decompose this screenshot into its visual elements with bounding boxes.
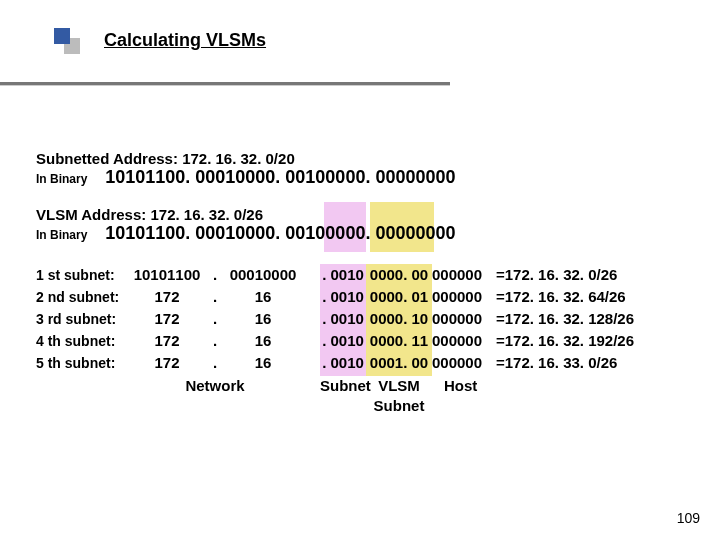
vlsm-label: VLSM Address: 172. 16. 32. 0/26 — [36, 206, 634, 223]
row-octet1: 172 — [128, 286, 206, 308]
row-host: 000000 — [432, 264, 496, 286]
row-result: =172. 16. 32. 0/26 — [496, 264, 617, 286]
row-octet2: 16 — [224, 330, 302, 352]
row-vlsm: 0000. 00 — [366, 264, 432, 286]
row-host: 000000 — [432, 286, 496, 308]
row-dot: . — [206, 286, 224, 308]
subnetted-block: Subnetted Address: 172. 16. 32. 0/20 In … — [36, 150, 634, 188]
row-octet2: 16 — [224, 308, 302, 330]
row-result: =172. 16. 33. 0/26 — [496, 352, 617, 374]
row-host: 000000 — [432, 330, 496, 352]
subnetted-label: Subnetted Address: 172. 16. 32. 0/20 — [36, 150, 634, 167]
slide-title: Calculating VLSMs — [104, 30, 266, 51]
vlsm-binlabel: In Binary — [36, 228, 87, 242]
row-label: 2 nd subnet: — [36, 286, 128, 308]
row-subnet: . 0010 — [320, 352, 366, 374]
row-subnet: . 0010 — [320, 330, 366, 352]
row-vlsm: 0000. 01 — [366, 286, 432, 308]
table-row: 4 th subnet: 172 . 16 . 0010 0000. 11 00… — [36, 330, 634, 352]
row-octet2: 16 — [224, 286, 302, 308]
row-result: =172. 16. 32. 192/26 — [496, 330, 634, 352]
row-vlsm: 0001. 00 — [366, 352, 432, 374]
page-number: 109 — [677, 510, 700, 526]
subnetted-binlabel: In Binary — [36, 172, 87, 186]
row-result: =172. 16. 32. 64/26 — [496, 286, 626, 308]
table-row: 3 rd subnet: 172 . 16 . 0010 0000. 10 00… — [36, 308, 634, 330]
row-dot: . — [206, 330, 224, 352]
title-bullet-icon — [54, 28, 80, 54]
header-vlsm: VLSMSubnet — [366, 376, 432, 416]
row-dot: . — [206, 352, 224, 374]
table-row: 1 st subnet: 10101100 . 00010000 . 0010 … — [36, 264, 634, 286]
header-subnet: Subnet — [320, 376, 366, 416]
column-headers: Network Subnet VLSMSubnet Host — [36, 376, 634, 416]
row-octet1: 10101100 — [128, 264, 206, 286]
row-vlsm: 0000. 11 — [366, 330, 432, 352]
row-label: 3 rd subnet: — [36, 308, 128, 330]
subnet-table: 1 st subnet: 10101100 . 00010000 . 0010 … — [36, 264, 634, 416]
row-octet2: 00010000 — [224, 264, 302, 286]
title-divider-light — [0, 85, 450, 86]
row-vlsm: 0000. 10 — [366, 308, 432, 330]
row-octet1: 172 — [128, 352, 206, 374]
row-host: 000000 — [432, 352, 496, 374]
row-octet1: 172 — [128, 308, 206, 330]
subnetted-binary: 10101100. 00010000. 00100000. 00000000 — [105, 167, 455, 187]
header-host: Host — [432, 376, 508, 416]
row-dot: . — [206, 308, 224, 330]
vlsm-binary: 10101100. 00010000. 00100000. 00000000 — [105, 223, 455, 243]
row-subnet: . 0010 — [320, 286, 366, 308]
table-row: 5 th subnet: 172 . 16 . 0010 0001. 00 00… — [36, 352, 634, 374]
row-dot: . — [206, 264, 224, 286]
row-subnet: . 0010 — [320, 264, 366, 286]
table-row: 2 nd subnet: 172 . 16 . 0010 0000. 01 00… — [36, 286, 634, 308]
row-result: =172. 16. 32. 128/26 — [496, 308, 634, 330]
row-octet1: 172 — [128, 330, 206, 352]
header-network: Network — [128, 376, 302, 416]
row-host: 000000 — [432, 308, 496, 330]
row-subnet: . 0010 — [320, 308, 366, 330]
row-octet2: 16 — [224, 352, 302, 374]
row-label: 1 st subnet: — [36, 264, 128, 286]
row-label: 4 th subnet: — [36, 330, 128, 352]
row-label: 5 th subnet: — [36, 352, 128, 374]
vlsm-block: VLSM Address: 172. 16. 32. 0/26 In Binar… — [36, 206, 634, 244]
